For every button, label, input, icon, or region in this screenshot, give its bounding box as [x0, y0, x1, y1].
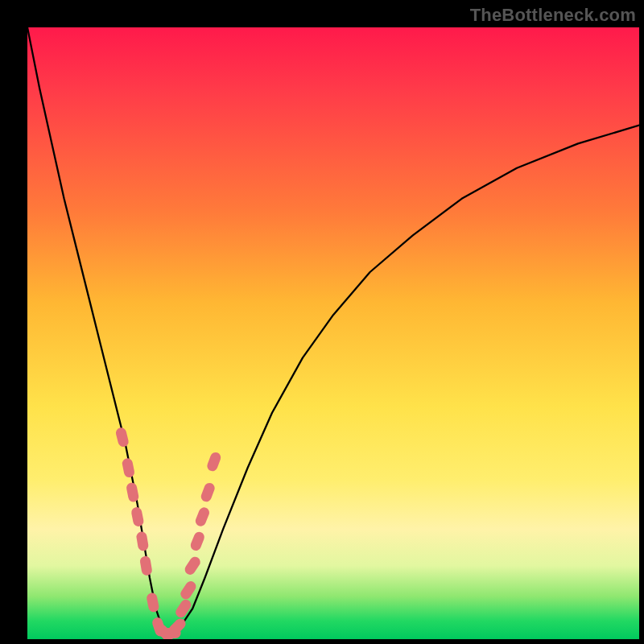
sample-point	[126, 482, 139, 503]
watermark-text: TheBottleneck.com	[470, 5, 636, 26]
sample-point	[183, 555, 202, 576]
sample-point	[130, 506, 144, 527]
sample-point	[174, 597, 193, 619]
sample-point	[200, 481, 217, 503]
sample-point	[115, 427, 130, 448]
sample-point	[189, 530, 206, 552]
sample-point	[205, 451, 222, 473]
chart-frame: TheBottleneck.com	[0, 0, 644, 644]
plot-area	[27, 27, 639, 639]
sample-point	[122, 457, 135, 478]
curve-overlay	[27, 27, 639, 639]
sample-point	[179, 580, 198, 601]
bottleneck-curve	[27, 27, 639, 633]
sample-point	[139, 555, 153, 576]
sample-point	[146, 592, 159, 613]
sample-point	[194, 506, 211, 527]
sample-point	[136, 530, 150, 551]
sample-points-group	[115, 427, 223, 639]
